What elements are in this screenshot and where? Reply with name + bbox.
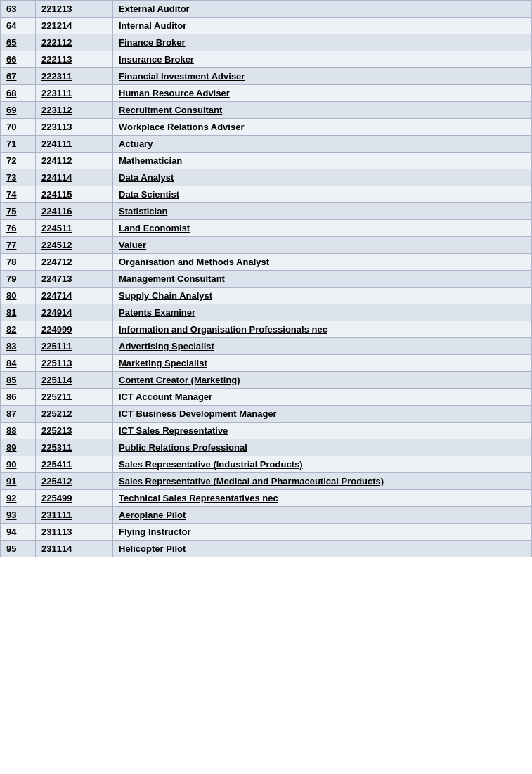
occupation-title: Content Creator (Marketing) xyxy=(113,372,532,389)
table-row: 92225499Technical Sales Representatives … xyxy=(1,490,532,507)
occupation-code: 225211 xyxy=(36,389,113,406)
occupation-title: Workplace Relations Adviser xyxy=(113,119,532,136)
row-number: 78 xyxy=(1,254,36,271)
occupation-title: Recruitment Consultant xyxy=(113,102,532,119)
occupation-title: Aeroplane Pilot xyxy=(113,507,532,524)
occupation-title: Valuer xyxy=(113,237,532,254)
row-number: 74 xyxy=(1,186,36,203)
occupation-title: Management Consultant xyxy=(113,271,532,288)
row-number: 77 xyxy=(1,237,36,254)
table-row: 75224116Statistician xyxy=(1,203,532,220)
occupation-title: Human Resource Adviser xyxy=(113,85,532,102)
occupation-code: 223112 xyxy=(36,102,113,119)
occupation-code: 224999 xyxy=(36,321,113,338)
occupation-code: 231114 xyxy=(36,541,113,557)
occupation-title: Actuary xyxy=(113,136,532,153)
occupation-title: Sales Representative (Medical and Pharma… xyxy=(113,473,532,490)
occupation-code: 225113 xyxy=(36,355,113,372)
occupation-title: Technical Sales Representatives nec xyxy=(113,490,532,507)
row-number: 65 xyxy=(1,34,36,51)
occupation-title: Mathematician xyxy=(113,153,532,169)
occupation-title: ICT Sales Representative xyxy=(113,423,532,439)
occupation-code: 221213 xyxy=(36,1,113,18)
occupation-code: 225311 xyxy=(36,439,113,456)
row-number: 73 xyxy=(1,169,36,186)
table-row: 63221213External Auditor xyxy=(1,1,532,18)
occupation-code: 224111 xyxy=(36,136,113,153)
table-row: 66222113Insurance Broker xyxy=(1,51,532,68)
row-number: 93 xyxy=(1,507,36,524)
row-number: 79 xyxy=(1,271,36,288)
table-row: 77224512Valuer xyxy=(1,237,532,254)
occupation-title: Sales Representative (Industrial Product… xyxy=(113,456,532,473)
occupation-title: Marketing Specialist xyxy=(113,355,532,372)
occupation-title: Insurance Broker xyxy=(113,51,532,68)
occupation-title: Finance Broker xyxy=(113,34,532,51)
occupation-code: 225111 xyxy=(36,338,113,355)
row-number: 83 xyxy=(1,338,36,355)
occupation-title: ICT Account Manager xyxy=(113,389,532,406)
table-row: 72224112Mathematician xyxy=(1,153,532,169)
table-row: 90225411Sales Representative (Industrial… xyxy=(1,456,532,473)
row-number: 92 xyxy=(1,490,36,507)
occupation-code: 224512 xyxy=(36,237,113,254)
occupation-title: Public Relations Professional xyxy=(113,439,532,456)
table-row: 65222112Finance Broker xyxy=(1,34,532,51)
occupation-title: Data Scientist xyxy=(113,186,532,203)
table-row: 76224511Land Economist xyxy=(1,220,532,237)
table-row: 93231111Aeroplane Pilot xyxy=(1,507,532,524)
row-number: 80 xyxy=(1,288,36,304)
table-row: 81224914Patents Examiner xyxy=(1,304,532,321)
occupation-title: Internal Auditor xyxy=(113,18,532,34)
row-number: 85 xyxy=(1,372,36,389)
occupation-code: 225114 xyxy=(36,372,113,389)
row-number: 89 xyxy=(1,439,36,456)
occupation-code: 221214 xyxy=(36,18,113,34)
row-number: 63 xyxy=(1,1,36,18)
table-row: 74224115Data Scientist xyxy=(1,186,532,203)
row-number: 69 xyxy=(1,102,36,119)
occupation-title: Flying Instructor xyxy=(113,524,532,541)
occupation-title: Financial Investment Adviser xyxy=(113,68,532,85)
occupation-table: 63221213External Auditor64221214Internal… xyxy=(0,0,532,557)
row-number: 90 xyxy=(1,456,36,473)
table-row: 83225111Advertising Specialist xyxy=(1,338,532,355)
occupation-code: 224112 xyxy=(36,153,113,169)
row-number: 91 xyxy=(1,473,36,490)
table-row: 71224111Actuary xyxy=(1,136,532,153)
table-row: 64221214Internal Auditor xyxy=(1,18,532,34)
occupation-title: Helicopter Pilot xyxy=(113,541,532,557)
row-number: 64 xyxy=(1,18,36,34)
table-row: 82224999Information and Organisation Pro… xyxy=(1,321,532,338)
occupation-code: 223111 xyxy=(36,85,113,102)
occupation-code: 224114 xyxy=(36,169,113,186)
occupation-title: Patents Examiner xyxy=(113,304,532,321)
occupation-title: ICT Business Development Manager xyxy=(113,406,532,423)
table-row: 89225311Public Relations Professional xyxy=(1,439,532,456)
occupation-code: 225213 xyxy=(36,423,113,439)
occupation-title: Supply Chain Analyst xyxy=(113,288,532,304)
row-number: 76 xyxy=(1,220,36,237)
occupation-code: 224714 xyxy=(36,288,113,304)
row-number: 94 xyxy=(1,524,36,541)
row-number: 68 xyxy=(1,85,36,102)
row-number: 67 xyxy=(1,68,36,85)
occupation-code: 223113 xyxy=(36,119,113,136)
occupation-code: 222311 xyxy=(36,68,113,85)
row-number: 71 xyxy=(1,136,36,153)
occupation-code: 225212 xyxy=(36,406,113,423)
occupation-code: 224713 xyxy=(36,271,113,288)
occupation-title: Organisation and Methods Analyst xyxy=(113,254,532,271)
occupation-code: 231113 xyxy=(36,524,113,541)
table-row: 70223113Workplace Relations Adviser xyxy=(1,119,532,136)
table-row: 85225114Content Creator (Marketing) xyxy=(1,372,532,389)
occupation-code: 231111 xyxy=(36,507,113,524)
table-row: 95231114Helicopter Pilot xyxy=(1,541,532,557)
row-number: 86 xyxy=(1,389,36,406)
table-row: 87225212ICT Business Development Manager xyxy=(1,406,532,423)
row-number: 75 xyxy=(1,203,36,220)
occupation-code: 225499 xyxy=(36,490,113,507)
occupation-title: Information and Organisation Professiona… xyxy=(113,321,532,338)
table-row: 86225211ICT Account Manager xyxy=(1,389,532,406)
table-row: 68223111Human Resource Adviser xyxy=(1,85,532,102)
